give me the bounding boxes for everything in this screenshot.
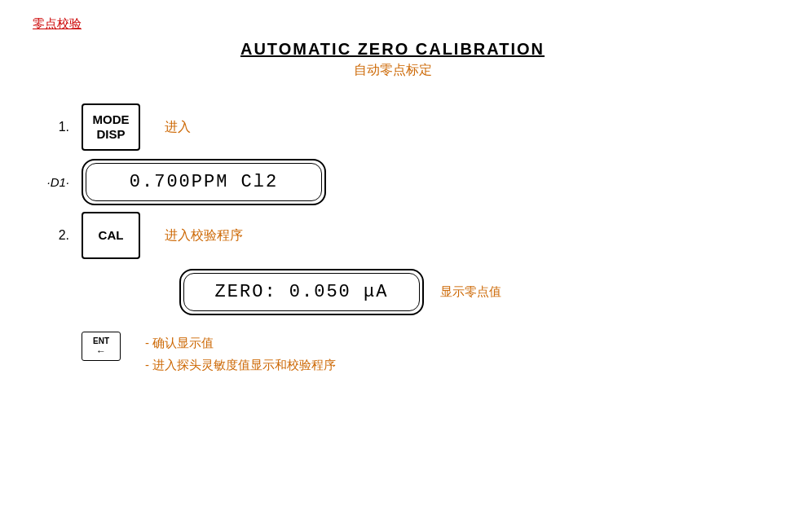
top-link-label: 零点校验: [33, 16, 82, 30]
step1-label: 进入: [165, 119, 191, 136]
d1-label: ·D1·: [33, 175, 82, 189]
cal-key-label: CAL: [99, 228, 124, 243]
ent-description: - 确认显示值 - 进入探头灵敏度值显示和校验程序: [145, 332, 336, 376]
ent-key[interactable]: ENT ←: [82, 332, 121, 361]
page-title-cn: 自动零点标定: [33, 62, 752, 79]
ent-key-arrow: ←: [96, 345, 106, 357]
top-link[interactable]: 零点校验: [33, 16, 82, 32]
disp-key-line2: DISP: [93, 127, 130, 142]
page-title-en: AUTOMATIC ZERO CALIBRATION: [33, 40, 752, 59]
zero-display-row: ZERO: 0.050 μA 显示零点值: [130, 269, 752, 315]
display2-value: ZERO: 0.050 μA: [215, 282, 389, 302]
step1-number: 1.: [33, 120, 82, 134]
ent-desc1: - 确认显示值: [145, 332, 336, 354]
ent-key-line1: ENT: [93, 336, 109, 345]
display2-box: ZERO: 0.050 μA: [179, 269, 424, 315]
display1-box: 0.700PPM Cl2: [82, 159, 326, 205]
ent-desc2: - 进入探头灵敏度值显示和校验程序: [145, 354, 336, 376]
step2-row: 2. CAL 进入校验程序: [33, 212, 752, 259]
display1-value: 0.700PPM Cl2: [130, 172, 278, 192]
ent-section: ENT ← - 确认显示值 - 进入探头灵敏度值显示和校验程序: [33, 332, 752, 376]
display2-side-label: 显示零点值: [440, 284, 501, 300]
mode-key-line1: MODE: [93, 112, 130, 127]
cal-key[interactable]: CAL: [82, 212, 140, 259]
step1-row: 1. MODE DISP 进入: [33, 103, 752, 151]
step2-number: 2.: [33, 228, 82, 243]
step2-label: 进入校验程序: [165, 227, 243, 244]
mode-disp-key[interactable]: MODE DISP: [82, 103, 140, 151]
d1-display-row: ·D1· 0.700PPM Cl2: [33, 159, 752, 205]
